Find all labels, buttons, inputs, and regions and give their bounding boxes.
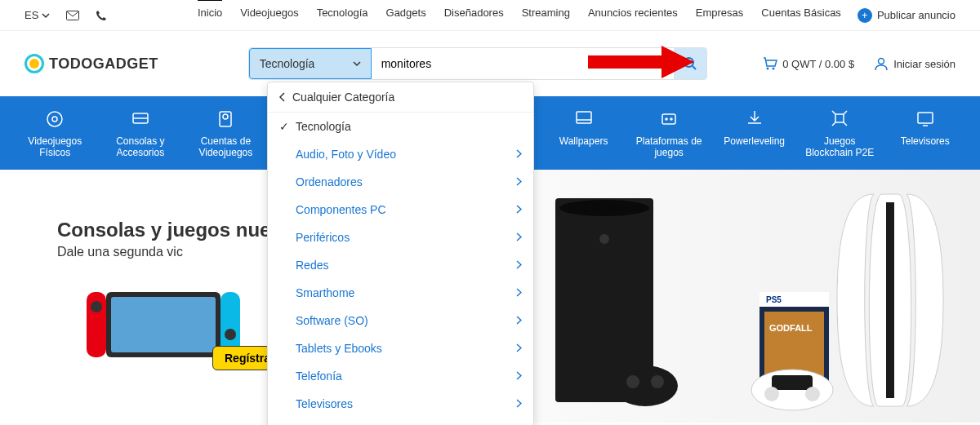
- category-strip-item[interactable]: Powerleveling: [715, 108, 793, 158]
- dropdown-back-label: Cualquier Categoría: [292, 91, 394, 104]
- category-icon: [914, 108, 937, 131]
- dropdown-item-label: Componentes PC: [296, 203, 386, 216]
- category-strip-item[interactable]: Televisores: [887, 108, 964, 158]
- svg-rect-40: [772, 375, 813, 390]
- topnav-link[interactable]: Gadgets: [386, 7, 426, 24]
- topnav-link[interactable]: Empresas: [696, 7, 744, 24]
- chevron-left-icon: [279, 92, 286, 102]
- chevron-right-icon: [516, 231, 522, 244]
- hero-subtitle: Dale una segunda vic: [57, 245, 270, 259]
- category-strip-item[interactable]: Juegos Blockchain P2E: [801, 108, 879, 158]
- dropdown-item[interactable]: Redes: [268, 251, 533, 279]
- svg-point-42: [805, 387, 820, 401]
- svg-point-30: [612, 365, 678, 406]
- category-selected-label: Tecnología: [260, 57, 315, 70]
- publish-label: Publicar anuncio: [877, 9, 956, 21]
- topnav-link[interactable]: Inicio: [198, 7, 222, 24]
- login-text: Iniciar sesión: [893, 58, 956, 70]
- category-strip-label: Videojuegos Físicos: [16, 135, 94, 158]
- dropdown-item-label: Smarthome: [296, 286, 354, 299]
- dropdown-item[interactable]: Periféricos: [268, 224, 533, 251]
- chevron-right-icon: [516, 342, 522, 355]
- search-input[interactable]: [372, 48, 674, 79]
- topnav-link[interactable]: Anuncios recientes: [588, 7, 678, 24]
- mail-icon[interactable]: [66, 11, 79, 20]
- chevron-down-icon: [42, 11, 50, 20]
- hero-text: Consolas y juegos nue Dale una segunda v…: [57, 219, 270, 259]
- logo-gear-icon: [24, 54, 44, 73]
- phone-icon[interactable]: [96, 10, 107, 21]
- topnav-link[interactable]: Cuentas Básicas: [761, 7, 841, 24]
- header-right: 0 QWT / 0.00 $ Iniciar sesión: [763, 56, 956, 71]
- language-selector[interactable]: ES: [24, 9, 50, 21]
- dropdown-item[interactable]: Televisores: [268, 390, 533, 418]
- dropdown-item[interactable]: Telefonía: [268, 362, 533, 390]
- category-strip-label: Consolas y Accesorios: [102, 135, 180, 158]
- chevron-right-icon: [516, 259, 522, 272]
- login-link[interactable]: Iniciar sesión: [874, 56, 956, 71]
- category-strip-item[interactable]: Plataformas de juegos: [630, 108, 708, 158]
- top-nav: InicioVideojuegosTecnologíaGadgetsDiseña…: [198, 7, 841, 24]
- svg-point-12: [223, 114, 228, 119]
- chevron-right-icon: [516, 148, 522, 161]
- svg-rect-33: [886, 202, 894, 398]
- category-strip-label: Televisores: [901, 135, 950, 147]
- topnav-link[interactable]: Tecnología: [317, 7, 368, 24]
- site-logo[interactable]: TODOGADGET: [24, 54, 158, 73]
- svg-text:GODFALL: GODFALL: [769, 323, 813, 333]
- chevron-right-icon: [516, 314, 522, 327]
- topnav-link[interactable]: Videojuegos: [240, 7, 298, 24]
- category-icon: [572, 108, 595, 131]
- category-dropdown: Cualquier Categoría TecnologíaAudio, Fot…: [267, 82, 534, 423]
- top-bar: ES InicioVideojuegosTecnologíaGadgetsDis…: [0, 0, 980, 31]
- category-strip-item[interactable]: Consolas y Accesorios: [102, 108, 180, 158]
- svg-text:PS5: PS5: [766, 295, 782, 304]
- publish-button[interactable]: + Publicar anuncio: [858, 8, 956, 23]
- topbar-left: ES: [24, 9, 107, 21]
- cart-text: 0 QWT / 0.00 $: [782, 58, 854, 70]
- chevron-right-icon: [516, 370, 522, 383]
- svg-point-17: [670, 118, 672, 120]
- dropdown-item-label: Audio, Foto y Vídeo: [296, 148, 396, 161]
- language-label: ES: [24, 9, 38, 21]
- category-strip-item[interactable]: Videojuegos Físicos: [16, 108, 94, 158]
- dropdown-item[interactable]: Tecnología: [268, 113, 533, 140]
- dropdown-item-label: Redes: [296, 259, 328, 272]
- dropdown-item[interactable]: Tablets y Ebooks: [268, 334, 533, 362]
- dropdown-item[interactable]: Ordenadores: [268, 168, 533, 196]
- svg-point-31: [626, 375, 639, 388]
- dropdown-item[interactable]: Audio, Foto y Vídeo: [268, 140, 533, 168]
- category-strip-item[interactable]: Cuentas de Videojuegos: [187, 108, 265, 158]
- category-icon: [743, 108, 766, 131]
- svg-rect-15: [662, 114, 675, 124]
- svg-point-5: [773, 68, 775, 70]
- dropdown-item[interactable]: Servicios de Reparación: [268, 418, 533, 423]
- dropdown-item-label: Software (SO): [296, 314, 368, 327]
- dropdown-item-label: Tecnología: [296, 120, 351, 133]
- topnav-link[interactable]: Diseñadores: [444, 7, 504, 24]
- category-strip-item[interactable]: Wallpapers: [545, 108, 622, 158]
- search-icon: [683, 56, 697, 71]
- category-select[interactable]: Tecnología: [249, 48, 372, 79]
- dropdown-item-label: Telefonía: [296, 370, 342, 383]
- topnav-link[interactable]: Streaming: [522, 7, 570, 24]
- logo-text: TODOGADGET: [49, 55, 158, 73]
- svg-point-8: [52, 117, 57, 122]
- dropdown-item[interactable]: Smarthome: [268, 279, 533, 307]
- svg-rect-18: [835, 114, 844, 122]
- svg-point-7: [47, 112, 62, 126]
- category-strip-label: Plataformas de juegos: [630, 135, 708, 158]
- category-icon: [214, 108, 237, 131]
- category-strip-label: Powerleveling: [724, 135, 785, 147]
- cart-link[interactable]: 0 QWT / 0.00 $: [763, 56, 854, 71]
- dropdown-item[interactable]: Componentes PC: [268, 196, 533, 224]
- svg-rect-22: [111, 297, 216, 352]
- dropdown-back[interactable]: Cualquier Categoría: [268, 82, 533, 113]
- category-icon: [657, 108, 680, 131]
- category-strip-label: Juegos Blockchain P2E: [801, 135, 879, 158]
- svg-point-16: [666, 118, 667, 120]
- dropdown-item-label: Tablets y Ebooks: [296, 342, 382, 355]
- dropdown-item[interactable]: Software (SO): [268, 307, 533, 334]
- svg-point-32: [651, 375, 664, 388]
- search-button[interactable]: [674, 48, 706, 79]
